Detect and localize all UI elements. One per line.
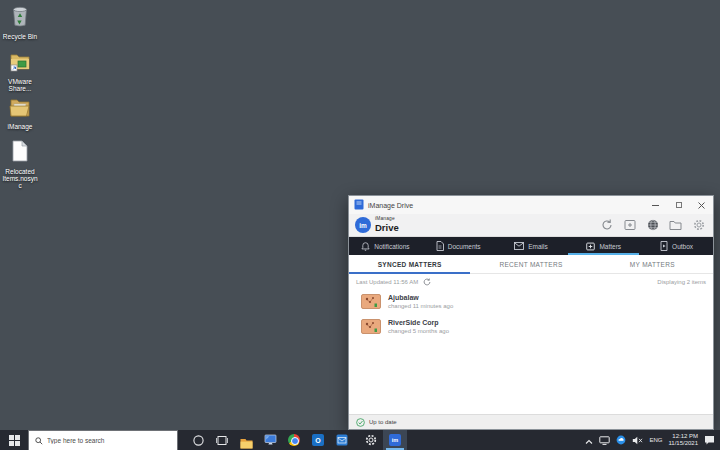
matter-row[interactable]: Ajubalaw changed 11 minutes ago	[349, 290, 713, 315]
taskbar-app-outlook[interactable]: O	[306, 430, 330, 450]
taskbar-search[interactable]	[28, 430, 178, 450]
taskbar-app-file-explorer[interactable]	[234, 430, 258, 450]
taskbar-app-settings[interactable]	[359, 430, 383, 450]
list-status-row: Last Updated 11:56 AM Displaying 2 items	[349, 274, 713, 290]
tab-synced-matters[interactable]: SYNCED MATTERS	[349, 255, 470, 273]
taskbar-clock[interactable]: 12:12 PM 11/15/2021	[668, 433, 698, 447]
document-icon	[436, 241, 444, 251]
outlook-icon: O	[312, 434, 324, 446]
add-matter-icon	[624, 219, 636, 231]
open-folder-button[interactable]	[669, 219, 682, 232]
tray-onedrive-button[interactable]	[616, 431, 626, 449]
taskbar-app-cortana[interactable]	[186, 430, 210, 450]
nav-item-emails[interactable]: Emails	[495, 237, 568, 255]
close-icon	[698, 202, 705, 209]
brand-text: iManage Drive	[375, 217, 399, 232]
sync-icon	[601, 219, 613, 231]
maximize-icon	[676, 202, 682, 208]
taskbar-app-imanage[interactable]: im	[383, 430, 407, 450]
search-icon	[35, 437, 43, 445]
speaker-muted-icon	[632, 436, 643, 445]
matters-subtabs: SYNCED MATTERS RECENT MATTERS MY MATTERS	[349, 255, 713, 274]
chevron-up-icon	[585, 439, 593, 445]
settings-gear-icon	[365, 434, 377, 446]
cortana-icon	[193, 435, 204, 446]
nav-label: Outbox	[672, 243, 693, 250]
desktop-icon-relocated-items[interactable]: Relocated Items.nosync	[0, 140, 40, 189]
tray-volume-button[interactable]	[632, 431, 643, 449]
minimize-button[interactable]	[644, 196, 667, 214]
sync-status-bar: Up to date	[349, 414, 713, 429]
matter-icon	[361, 294, 381, 313]
matter-row[interactable]: RiverSide Corp changed 5 months ago	[349, 315, 713, 340]
mail-icon	[336, 434, 348, 446]
tab-my-matters[interactable]: MY MATTERS	[592, 255, 713, 273]
settings-button[interactable]	[692, 219, 705, 232]
minimize-icon	[652, 205, 659, 206]
refresh-icon	[423, 278, 431, 286]
maximize-button[interactable]	[667, 196, 690, 214]
matter-name: Ajubalaw	[388, 294, 453, 301]
display-icon	[599, 436, 610, 445]
action-center-icon	[704, 435, 715, 445]
close-button[interactable]	[690, 196, 713, 214]
taskbar: O im ENG 12:12 PM 11/15/2021	[0, 430, 720, 450]
synced-matters-list: Ajubalaw changed 11 minutes ago RiverSid…	[349, 290, 713, 414]
windows-logo-icon	[9, 435, 20, 446]
app-header: im iManage Drive	[349, 214, 713, 237]
imanage-drive-window: iManage Drive im iManage Drive	[348, 195, 714, 430]
nav-label: Notifications	[374, 243, 409, 250]
clock-date: 11/15/2021	[668, 440, 698, 447]
action-center-button[interactable]	[704, 431, 715, 449]
desktop-icon-label: Recycle Bin	[3, 33, 37, 40]
desktop-icon-vmware-share[interactable]: VMware Share...	[0, 52, 40, 92]
window-title: iManage Drive	[368, 202, 413, 209]
add-matter-button[interactable]	[623, 219, 636, 232]
window-titlebar[interactable]: iManage Drive	[349, 196, 713, 214]
shared-folder-shortcut-icon	[9, 52, 31, 76]
nav-item-outbox[interactable]: Outbox	[640, 237, 713, 255]
nav-item-matters[interactable]: Matters	[567, 237, 640, 255]
taskbar-app-task-view[interactable]	[210, 430, 234, 450]
taskbar-app-this-pc[interactable]	[258, 430, 282, 450]
nav-label: Matters	[599, 243, 621, 250]
document-icon	[11, 140, 29, 166]
displaying-count: Displaying 2 items	[657, 279, 706, 285]
nav-item-documents[interactable]: Documents	[422, 237, 495, 255]
recycle-bin-icon	[9, 3, 31, 31]
main-navbar: Notifications Documents Emails Matters O…	[349, 237, 713, 255]
desktop-icon-imanage[interactable]: iManage	[0, 98, 40, 130]
chrome-icon	[288, 434, 300, 446]
last-updated-text: Last Updated 11:56 AM	[356, 279, 418, 285]
language-indicator[interactable]: ENG	[649, 437, 662, 443]
web-button[interactable]	[646, 219, 659, 232]
taskbar-app-mail[interactable]	[330, 430, 354, 450]
imanage-logo: im	[355, 217, 371, 233]
start-button[interactable]	[0, 430, 28, 450]
search-input[interactable]	[47, 437, 157, 444]
nav-item-notifications[interactable]: Notifications	[349, 237, 422, 255]
desktop-icon-recycle-bin[interactable]: Recycle Bin	[0, 3, 40, 40]
matter-changed: changed 5 months ago	[388, 328, 449, 334]
outbox-icon	[660, 241, 668, 251]
refresh-button[interactable]	[423, 278, 431, 286]
tab-recent-matters[interactable]: RECENT MATTERS	[470, 255, 591, 273]
matter-box-icon	[586, 242, 595, 251]
web-icon	[647, 219, 659, 231]
folder-icon	[9, 98, 31, 121]
tray-chevron-button[interactable]	[585, 431, 593, 449]
taskbar-app-chrome[interactable]	[282, 430, 306, 450]
matter-name: RiverSide Corp	[388, 319, 449, 326]
folder-icon	[669, 220, 682, 231]
tray-display-button[interactable]	[599, 431, 610, 449]
nav-label: Documents	[448, 243, 481, 250]
this-pc-icon	[264, 434, 277, 446]
sync-button[interactable]	[600, 219, 613, 232]
clock-time: 12:12 PM	[668, 433, 698, 440]
check-circle-icon	[356, 418, 365, 427]
task-view-icon	[216, 435, 228, 446]
matter-changed: changed 11 minutes ago	[388, 303, 453, 309]
desktop-icon-label: iManage	[8, 123, 33, 130]
desktop-icon-label: VMware Share...	[1, 78, 39, 92]
imanage-icon: im	[389, 434, 401, 446]
